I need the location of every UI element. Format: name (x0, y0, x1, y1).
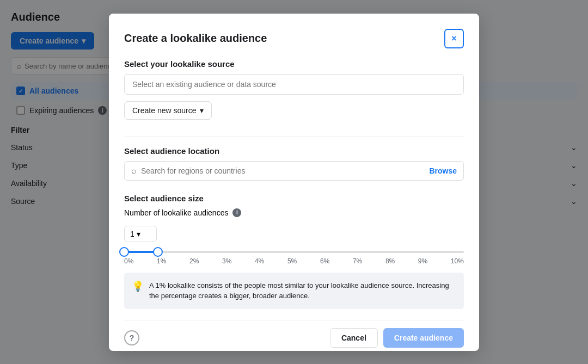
modal-overlay: Create a lookalike audience × Select you… (0, 0, 588, 364)
label-6: 6% (320, 257, 329, 265)
modal-title: Create a lookalike audience (124, 32, 267, 45)
modal-footer: ? Cancel Create audience (124, 320, 464, 348)
footer-buttons: Cancel Create audience (330, 328, 464, 348)
location-section: Select audience location ⌕ Browse (124, 146, 464, 181)
slider-thumb-left[interactable] (119, 247, 129, 257)
search-icon: ⌕ (131, 166, 137, 176)
num-value: 1 (130, 230, 134, 238)
source-section-title: Select your lookalike source (124, 59, 464, 69)
dropdown-arrow-icon: ▾ (137, 230, 140, 238)
source-input[interactable] (124, 74, 464, 95)
slider-labels: 0% 1% 2% 3% 4% 5% 6% 7% 8% 9% 10% (124, 257, 464, 265)
location-section-title: Select audience location (124, 146, 464, 156)
dropdown-arrow-icon: ▾ (200, 106, 204, 115)
create-new-source-label: Create new source (132, 106, 197, 115)
help-icon[interactable]: ? (124, 330, 139, 346)
slider-thumb-right[interactable] (153, 247, 163, 257)
label-8: 8% (385, 257, 395, 265)
close-icon: × (451, 34, 456, 44)
browse-button[interactable]: Browse (429, 166, 457, 175)
create-audience-submit-button[interactable]: Create audience (383, 328, 464, 348)
create-new-source-button[interactable]: Create new source ▾ (124, 101, 212, 120)
modal-header: Create a lookalike audience × (124, 29, 464, 48)
number-label: Number of lookalike audiences (124, 208, 228, 217)
label-0: 0% (124, 257, 133, 265)
close-button[interactable]: × (444, 29, 464, 48)
info-box: 💡 A 1% lookalike consists of the people … (124, 273, 464, 309)
num-dropdown[interactable]: 1 ▾ (124, 226, 157, 242)
label-2: 2% (189, 257, 199, 265)
label-9: 9% (418, 257, 427, 265)
modal-dialog: Create a lookalike audience × Select you… (109, 14, 479, 351)
audience-size-section: Select audience size Number of lookalike… (124, 194, 464, 309)
label-3: 3% (222, 257, 231, 265)
location-search-input[interactable] (141, 166, 429, 175)
label-10: 10% (451, 257, 464, 265)
source-section: Select your lookalike source Create new … (124, 59, 464, 133)
slider-track (124, 251, 464, 253)
size-section-title: Select audience size (124, 194, 464, 203)
location-search-wrap: ⌕ Browse (124, 161, 464, 181)
label-4: 4% (255, 257, 264, 265)
lightbulb-icon: 💡 (132, 280, 144, 301)
cancel-button[interactable]: Cancel (330, 328, 378, 348)
info-text: A 1% lookalike consists of the people mo… (149, 280, 456, 301)
section-divider (124, 136, 464, 137)
label-5: 5% (287, 257, 297, 265)
info-icon[interactable]: i (232, 208, 241, 217)
size-num-select: Number of lookalike audiences i (124, 208, 464, 217)
slider-container (124, 251, 464, 253)
label-1: 1% (157, 257, 166, 265)
label-7: 7% (353, 257, 362, 265)
